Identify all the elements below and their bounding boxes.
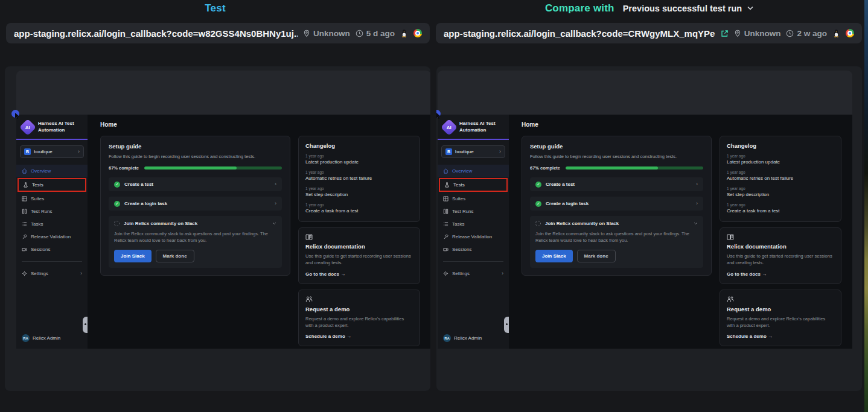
setup-item-join-slack-header[interactable]: Join Relicx community on Slack: [535, 221, 698, 226]
sidebar-divider: [22, 261, 82, 262]
changelog-card: Changelog 1 year ago Latest production u…: [720, 136, 841, 222]
documentation-title: Relicx documentation: [305, 243, 413, 250]
changelog-card: Changelog 1 year ago Latest production u…: [298, 136, 420, 222]
sidebar-item-settings[interactable]: Settings ›: [16, 267, 88, 280]
left-age-meta: 5 d ago: [356, 29, 395, 38]
sidebar-item-settings[interactable]: Settings ›: [438, 267, 509, 280]
setup-item-create-login-task[interactable]: ✓ Create a login task ›: [109, 197, 282, 211]
setup-guide-description: Follow this guide to begin recording use…: [109, 154, 282, 159]
sidebar-item-tasks[interactable]: Tasks: [438, 218, 509, 230]
sidebar-item-suites[interactable]: Suites: [438, 192, 509, 205]
linux-penguin-icon: [832, 29, 840, 37]
join-slack-button[interactable]: Join Slack: [114, 250, 152, 262]
sidebar: AI Harness AI Test Automation B boutique…: [438, 115, 509, 349]
sidebar-item-tasks[interactable]: Tasks: [16, 218, 88, 230]
chevron-right-icon: ›: [502, 271, 503, 276]
sidebar-item-release-validation[interactable]: Release Validation: [16, 230, 88, 243]
mouse-cursor-marker: [11, 110, 21, 119]
flask-icon: [23, 182, 28, 188]
sidebar-item-test-runs[interactable]: Test Runs: [16, 205, 88, 218]
go-to-docs-link[interactable]: Go to the docs →: [305, 271, 413, 277]
chevron-down-icon: [747, 6, 753, 10]
documentation-card: Relicx documentation Use this guide to g…: [720, 227, 841, 284]
sidebar-item-release-validation[interactable]: Release Validation: [438, 230, 509, 243]
project-badge: B: [24, 148, 31, 155]
right-url-text: app-staging.relicx.ai/login_callback?cod…: [444, 28, 715, 39]
compare-with-header-label: Compare with: [545, 2, 614, 14]
sidebar-item-sessions[interactable]: Sessions: [16, 243, 88, 256]
clock-icon: [356, 30, 363, 37]
test-header-label: Test: [205, 2, 226, 14]
sidebar-item-sessions[interactable]: Sessions: [438, 243, 509, 256]
request-demo-title: Request a demo: [305, 306, 413, 312]
chrome-icon: [413, 29, 422, 37]
compare-run-selector[interactable]: Previous successful test run: [623, 4, 753, 13]
app-screenshot: AI Harness AI Test Automation B boutique…: [16, 71, 430, 349]
sidebar-accent-divider: [438, 139, 509, 140]
sidebar-item-suites[interactable]: Suites: [16, 192, 88, 205]
release-icon: [443, 234, 448, 239]
sidebar-item-test-runs[interactable]: Test Runs: [438, 205, 509, 218]
compare-view: Test Compare with Previous successful te…: [0, 0, 868, 412]
documentation-title: Relicx documentation: [727, 243, 834, 250]
progress-bar-fill: [566, 166, 658, 170]
request-demo-description: Request a demo and explore Relicx's capa…: [305, 315, 413, 329]
book-icon: [727, 234, 834, 240]
sidebar-collapse-handle[interactable]: [504, 317, 509, 333]
columns-icon: [443, 209, 448, 214]
app-screenshot: AI Harness AI Test Automation B boutique…: [438, 71, 852, 349]
project-selector[interactable]: B boutique ›: [441, 145, 505, 158]
people-icon: [727, 296, 834, 303]
gear-icon: [22, 271, 27, 276]
setup-item-create-test[interactable]: ✓ Create a test ›: [109, 177, 282, 191]
sidebar-item-tests[interactable]: Tests: [18, 178, 86, 192]
chevron-down-icon: [272, 221, 276, 226]
app-logo: AI Harness AI Test Automation: [16, 118, 88, 138]
join-slack-description: Join the Relicx community slack to ask q…: [535, 230, 698, 244]
mark-done-button[interactable]: Mark done: [577, 250, 616, 262]
clock-icon: [786, 30, 794, 37]
setup-item-create-test[interactable]: ✓ Create a test ›: [530, 177, 703, 191]
grid-icon: [443, 196, 448, 201]
setup-item-create-login-task[interactable]: ✓ Create a login task ›: [530, 197, 703, 211]
schedule-demo-link[interactable]: Schedule a demo →: [727, 334, 834, 339]
join-slack-button[interactable]: Join Slack: [535, 250, 573, 262]
linux-penguin-icon: [400, 29, 408, 37]
video-icon: [22, 247, 27, 252]
user-account[interactable]: RA Relicx Admin: [443, 334, 482, 342]
documentation-description: Use this guide to get started recording …: [305, 253, 413, 267]
home-icon: [443, 168, 448, 174]
sidebar-collapse-handle[interactable]: [83, 317, 88, 333]
chevron-right-icon: ›: [499, 149, 501, 154]
join-slack-description: Join the Relicx community slack to ask q…: [114, 230, 276, 244]
check-circle-icon: ✓: [535, 182, 541, 188]
mouse-cursor-marker: [436, 110, 442, 119]
chevron-right-icon: ›: [696, 182, 698, 187]
right-column-header: Compare with Previous successful test ru…: [436, 0, 862, 16]
app-top-strip: [438, 71, 852, 115]
sidebar-divider: [443, 261, 503, 262]
left-location-meta: Unknown: [303, 29, 350, 38]
setup-item-join-slack: Join Relicx community on Slack Join the …: [109, 216, 282, 268]
progress-label: 67% complete: [109, 165, 139, 171]
schedule-demo-link[interactable]: Schedule a demo →: [305, 334, 413, 339]
sidebar-item-tests[interactable]: Tests: [439, 178, 508, 192]
book-icon: [305, 234, 413, 240]
wallpaper-edge-strip: [864, 0, 868, 412]
unchecked-circle-icon: [535, 221, 541, 226]
harness-logo-icon: AI: [441, 119, 458, 136]
compare-run-selected-value: Previous successful test run: [623, 4, 742, 13]
go-to-docs-link[interactable]: Go to the docs →: [727, 271, 834, 277]
changelog-entry: 1 year ago Create a task from a test: [305, 203, 413, 214]
documentation-description: Use this guide to get started recording …: [727, 253, 834, 267]
flask-icon: [444, 182, 450, 188]
setup-item-join-slack-header[interactable]: Join Relicx community on Slack: [114, 221, 276, 226]
app-title: Harness AI Test Automation: [38, 121, 79, 134]
external-link-icon[interactable]: [721, 30, 729, 37]
sidebar-item-overview[interactable]: Overview: [438, 165, 509, 177]
sidebar-item-overview[interactable]: Overview: [16, 165, 88, 177]
mark-done-button[interactable]: Mark done: [156, 250, 194, 262]
user-account[interactable]: RA Relicx Admin: [22, 334, 60, 342]
project-selector[interactable]: B boutique ›: [20, 145, 84, 158]
left-url-text: app-staging.relicx.ai/login_callback?cod…: [14, 28, 298, 39]
